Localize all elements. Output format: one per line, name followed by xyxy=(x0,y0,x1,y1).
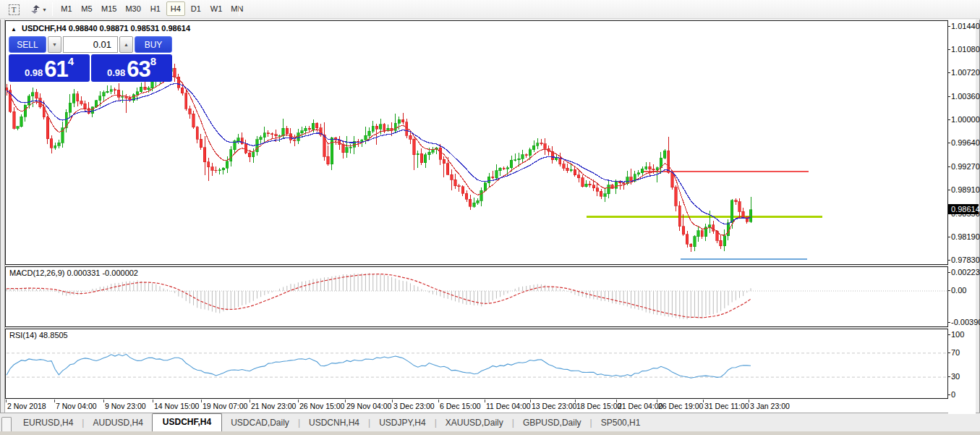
time-axis-tick xyxy=(201,400,202,402)
toolbar-separator xyxy=(239,2,239,16)
time-axis-label: 21 Nov 23:00 xyxy=(251,402,296,410)
axis-tick xyxy=(948,119,950,120)
ohlc-close: 0.98614 xyxy=(161,24,190,33)
time-axis-label: 31 Dec 11:00 xyxy=(704,402,749,410)
sell-price-prefix: 0.98 xyxy=(25,66,43,80)
time-axis-label: 11 Dec 04:00 xyxy=(486,402,531,410)
macd-label: MACD(12,26,9) 0.000331 -0.000002 xyxy=(9,269,138,277)
volume-increase-button[interactable]: ▲ xyxy=(119,36,133,53)
price-axis-label: 1.00000 xyxy=(951,115,980,124)
time-axis[interactable]: 2 Nov 20187 Nov 04:009 Nov 23:0014 Nov 1… xyxy=(5,400,948,413)
time-axis-label: 13 Dec 23:00 xyxy=(532,402,576,410)
axis-tick xyxy=(948,352,950,353)
time-axis-tick xyxy=(438,400,439,402)
price-axis-label: 0.98190 xyxy=(951,232,980,241)
sell-price-display[interactable]: 0.98 61 4 xyxy=(9,54,90,82)
axis-tick xyxy=(948,143,950,143)
time-axis-tick xyxy=(345,400,346,402)
time-axis-tick xyxy=(153,400,153,402)
macd-indicator-panel[interactable]: MACD(12,26,9) 0.000331 -0.000002 xyxy=(5,266,948,327)
volume-input[interactable] xyxy=(63,36,118,53)
time-axis-tick xyxy=(392,400,393,402)
chart-tab-bar: EURUSD,H4|AUDUSD,H4USDCHF,H4USDCAD,Daily… xyxy=(0,413,980,431)
chart-tab-usdchf[interactable]: USDCHF,H4 xyxy=(152,413,222,432)
chart-tab-eurusd[interactable]: EURUSD,H4 xyxy=(14,415,82,431)
rsi-axis-label: 100 xyxy=(951,330,964,339)
chevron-down-icon: ▾ xyxy=(43,7,46,13)
mt-terminal-window: T ▾ M1M5M15M30H1H4D1W1MN ▲ USDCHF,H4 0.9… xyxy=(0,0,980,435)
timeframe-button-mn[interactable]: MN xyxy=(227,1,247,16)
price-axis[interactable]: 1.014401.010801.007201.003601.000000.996… xyxy=(948,20,976,414)
chart-tab-xauusd[interactable]: XAUUSD,Daily xyxy=(437,415,512,431)
rsi-indicator-panel[interactable]: RSI(14) 48.8505 xyxy=(5,329,948,399)
rsi-axis-label: 30 xyxy=(951,372,960,381)
time-axis-label: 26 Dec 19:00 xyxy=(658,402,703,410)
sell-price-pips: 61 xyxy=(44,59,67,80)
chart-tab-usdcnh[interactable]: USDCNH,H4 xyxy=(300,415,368,431)
timeframe-button-h4[interactable]: H4 xyxy=(166,1,185,16)
axis-tick xyxy=(948,260,950,261)
timeframe-group: M1M5M15M30H1H4D1W1MN xyxy=(56,1,247,16)
price-axis-label: 1.00360 xyxy=(951,92,980,101)
timeframe-button-m5[interactable]: M5 xyxy=(77,1,96,16)
time-axis-label: 9 Nov 23:00 xyxy=(105,402,146,410)
collapse-arrow-icon[interactable]: ▲ xyxy=(11,26,17,33)
macd-axis-label: 0.002239 xyxy=(951,268,980,276)
time-axis-tick xyxy=(530,400,531,402)
price-axis-label: 1.01440 xyxy=(951,22,980,30)
timeframe-button-h1[interactable]: H1 xyxy=(146,1,165,16)
axis-tick xyxy=(948,72,950,73)
price-axis-label: 0.98910 xyxy=(951,185,980,194)
buy-price-display[interactable]: 0.98 63 8 xyxy=(91,54,172,82)
time-axis-tick xyxy=(485,400,485,402)
time-axis-tick xyxy=(298,400,299,402)
macd-axis-label: 0.00 xyxy=(951,286,966,295)
timeframe-button-m15[interactable]: M15 xyxy=(98,1,120,16)
buy-price-prefix: 0.98 xyxy=(107,66,125,80)
axis-tick xyxy=(948,190,950,190)
time-axis-label: 18 Dec 15:00 xyxy=(576,402,621,410)
timeframe-button-m30[interactable]: M30 xyxy=(122,1,144,16)
window-left-frame xyxy=(0,20,5,431)
chart-title: ▲ USDCHF,H4 0.98840 0.98871 0.98531 0.98… xyxy=(11,24,190,33)
macd-value-main: 0.000331 xyxy=(67,269,100,277)
time-axis-label: 3 Jan 23:00 xyxy=(750,402,790,410)
chart-tab-usdjpy[interactable]: USDJPY,H4 xyxy=(370,415,434,431)
time-axis-label: 29 Nov 04:00 xyxy=(346,402,391,410)
price-axis-label: 0.99640 xyxy=(951,138,980,147)
time-axis-label: 14 Nov 15:00 xyxy=(154,402,199,410)
arrows-tool-button[interactable]: ▾ xyxy=(27,2,49,17)
chart-tab-usdcad[interactable]: USDCAD,Daily xyxy=(222,415,298,431)
sell-price-point: 4 xyxy=(68,55,74,67)
timeframe-button-m1[interactable]: M1 xyxy=(57,1,76,16)
time-axis-tick xyxy=(657,400,657,402)
axis-tick xyxy=(948,96,950,97)
sell-button[interactable]: SELL xyxy=(9,36,46,53)
time-axis-label: 21 Dec 04:00 xyxy=(618,402,662,410)
time-axis-tick xyxy=(575,400,576,402)
buy-button[interactable]: BUY xyxy=(135,36,172,53)
volume-decrease-button[interactable]: ▼ xyxy=(48,36,61,53)
time-axis-tick xyxy=(703,400,704,402)
time-axis-tick xyxy=(54,400,55,402)
chart-tab-audusd[interactable]: AUDUSD,H4 xyxy=(84,415,151,431)
toolbar-separator xyxy=(52,2,53,16)
rsi-axis-label: 0 xyxy=(951,390,955,399)
timeframe-button-d1[interactable]: D1 xyxy=(187,1,205,16)
axis-tick xyxy=(948,166,950,167)
macd-value-signal: -0.000002 xyxy=(102,269,138,277)
chart-tab-sp500[interactable]: SP500,H1 xyxy=(592,415,649,431)
time-axis-tick xyxy=(616,400,617,402)
chart-tab-gbpusd[interactable]: GBPUSD,Daily xyxy=(514,415,590,431)
tab-gripper[interactable] xyxy=(1,417,12,431)
ohlc-low: 0.98531 xyxy=(130,24,159,33)
main-chart-panel[interactable]: ▲ USDCHF,H4 0.98840 0.98871 0.98531 0.98… xyxy=(5,20,948,265)
axis-tick xyxy=(948,394,950,395)
time-axis-tick xyxy=(749,400,749,402)
text-label-tool-button[interactable]: T xyxy=(6,2,22,17)
time-axis-label: 6 Dec 15:00 xyxy=(440,402,481,410)
toolbar: T ▾ M1M5M15M30H1H4D1W1MN xyxy=(0,0,980,19)
current-price-tag: 0.98614 xyxy=(948,204,979,214)
buy-price-pips: 63 xyxy=(127,59,150,80)
timeframe-button-w1[interactable]: W1 xyxy=(207,1,226,16)
